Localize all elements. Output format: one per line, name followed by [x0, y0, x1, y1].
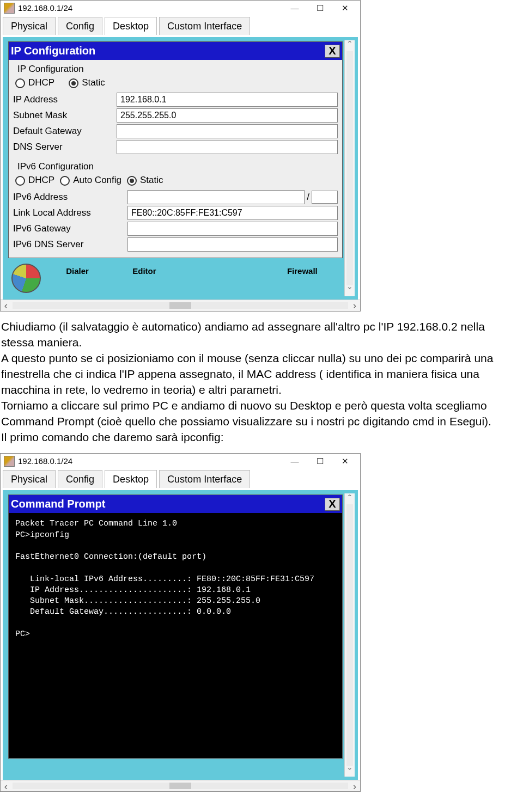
ipv6-prefix-input[interactable] [312, 191, 338, 204]
paragraph-4: Il primo comando che daremo sarà ipconfi… [1, 430, 519, 445]
scroll-track[interactable] [346, 51, 353, 285]
minimize-button[interactable]: — [283, 2, 307, 15]
workarea: Command Prompt X Packet Tracer PC Comman… [1, 488, 360, 780]
dialog-close-button[interactable]: X [325, 498, 340, 511]
ipv6-gateway-label: IPv6 Gateway [13, 223, 127, 235]
tab-custom-interface[interactable]: Custom Interface [159, 470, 250, 488]
ipv6-radio-row: DHCP Auto Config Static [15, 174, 338, 187]
dialog-titlebar[interactable]: IP Configuration X [9, 42, 342, 60]
close-button[interactable]: ✕ [333, 455, 357, 468]
subnet-mask-input[interactable]: 255.255.255.0 [117, 108, 338, 123]
paragraph-3: Torniamo a cliccare sul primo PC e andia… [1, 398, 519, 430]
vertical-scrollbar[interactable]: ˆ ˇ [344, 40, 355, 296]
app-icon [4, 456, 15, 467]
radio-v6-dhcp-label: DHCP [28, 174, 54, 187]
titlebar[interactable]: 192.168.0.1/24 — ☐ ✕ [1, 454, 360, 469]
scroll-up-icon[interactable]: ˆ [345, 40, 355, 50]
link-local-input[interactable]: FE80::20C:85FF:FE31:C597 [127, 206, 338, 220]
scroll-right-icon[interactable]: › [349, 298, 360, 313]
packet-tracer-window-1: 192.168.0.1/24 — ☐ ✕ Physical Config Des… [0, 0, 361, 312]
minimize-button[interactable]: — [283, 455, 307, 468]
tab-config[interactable]: Config [58, 17, 102, 35]
hscroll-thumb[interactable] [169, 783, 191, 789]
tab-bar: Physical Config Desktop Custom Interface [1, 16, 360, 35]
scroll-track[interactable] [346, 504, 353, 766]
close-button[interactable]: ✕ [333, 2, 357, 15]
tab-custom-interface[interactable]: Custom Interface [159, 17, 250, 35]
terminal-line [15, 563, 336, 573]
radio-v6-dhcp[interactable]: DHCP [15, 174, 54, 187]
terminal-line: PC>ipconfig [15, 530, 336, 541]
hscroll-thumb[interactable] [169, 302, 191, 309]
terminal-line: Link-local IPv6 Address.........: FE80::… [15, 574, 336, 585]
desktop-area: Command Prompt X Packet Tracer PC Comman… [3, 490, 358, 780]
dns-server-input[interactable] [117, 140, 338, 154]
terminal-line [15, 541, 336, 552]
radio-v6-static[interactable]: Static [127, 174, 163, 187]
app-icon [4, 3, 15, 14]
firewall-label[interactable]: Firewall [287, 266, 318, 277]
command-prompt-body[interactable]: Packet Tracer PC Command Line 1.0PC>ipco… [9, 513, 342, 758]
tab-config[interactable]: Config [58, 470, 102, 488]
desktop-icons-row: Dialer Editor Firewall [11, 266, 339, 293]
desktop-area: IP Configuration X IP Configuration DHCP… [3, 37, 358, 300]
scroll-left-icon[interactable]: ‹ [1, 779, 11, 793]
article-text: Chiudiamo (il salvataggio è automatico) … [0, 316, 522, 453]
tab-desktop[interactable]: Desktop [105, 17, 157, 35]
ipv6-address-input[interactable] [127, 190, 305, 204]
radio-dhcp[interactable]: DHCP [15, 77, 54, 89]
link-local-label: Link Local Address [13, 207, 127, 219]
editor-label[interactable]: Editor [132, 266, 156, 277]
scroll-down-icon[interactable]: ˇ [345, 767, 355, 777]
hscroll-track[interactable] [13, 302, 348, 309]
maximize-button[interactable]: ☐ [308, 2, 332, 15]
radio-v6-static-label: Static [140, 174, 163, 187]
ipv6-gateway-input[interactable] [127, 222, 338, 236]
horizontal-scrollbar[interactable]: ‹ › [1, 780, 360, 791]
packet-tracer-window-2: 192.168.0.1/24 — ☐ ✕ Physical Config Des… [0, 453, 361, 792]
dialog-close-button[interactable]: X [325, 45, 340, 58]
tab-desktop[interactable]: Desktop [105, 470, 157, 488]
radio-dhcp-label: DHCP [28, 77, 54, 89]
horizontal-scrollbar[interactable]: ‹ › [1, 300, 360, 311]
scroll-right-icon[interactable]: › [349, 779, 360, 793]
window-title: 192.168.0.1/24 [18, 456, 282, 467]
ipv6-dns-label: IPv6 DNS Server [13, 239, 127, 251]
ip-address-input[interactable]: 192.168.0.1 [117, 93, 338, 107]
titlebar[interactable]: 192.168.0.1/24 — ☐ ✕ [1, 1, 360, 16]
pie-chart-icon[interactable] [11, 266, 44, 293]
tab-bar: Physical Config Desktop Custom Interface [1, 469, 360, 488]
terminal-line: Default Gateway.................: 0.0.0.… [15, 607, 336, 618]
ipv6-dns-input[interactable] [127, 237, 338, 252]
terminal-line: PC> [15, 629, 336, 640]
tab-physical[interactable]: Physical [3, 470, 56, 488]
radio-v6-auto[interactable]: Auto Config [60, 174, 121, 187]
dialog-body: IP Configuration DHCP Static IP Address1… [9, 60, 342, 258]
scroll-down-icon[interactable]: ˇ [345, 286, 355, 296]
default-gateway-label: Default Gateway [13, 125, 117, 138]
terminal-line: IP Address......................: 192.16… [15, 585, 336, 596]
ip-config-dialog: IP Configuration X IP Configuration DHCP… [8, 41, 343, 258]
ipv6-section-label: IPv6 Configuration [17, 161, 338, 173]
terminal-line: Packet Tracer PC Command Line 1.0 [15, 518, 336, 529]
dns-server-label: DNS Server [13, 141, 117, 154]
dialer-label[interactable]: Dialer [66, 266, 89, 277]
terminal-line [15, 618, 336, 629]
ipv4-radio-row: DHCP Static [15, 77, 338, 89]
default-gateway-input[interactable] [117, 124, 338, 138]
maximize-button[interactable]: ☐ [308, 455, 332, 468]
radio-v6-auto-label: Auto Config [73, 174, 121, 187]
dialog-titlebar[interactable]: Command Prompt X [9, 495, 342, 513]
terminal-line: Subnet Mask.....................: 255.25… [15, 596, 336, 607]
workarea: IP Configuration X IP Configuration DHCP… [1, 35, 360, 300]
hscroll-track[interactable] [13, 783, 348, 789]
vertical-scrollbar[interactable]: ˆ ˇ [344, 493, 355, 777]
ip-address-label: IP Address [13, 94, 117, 106]
terminal-line: FastEthernet0 Connection:(default port) [15, 552, 336, 563]
scroll-up-icon[interactable]: ˆ [345, 493, 355, 503]
radio-static[interactable]: Static [69, 77, 105, 89]
command-prompt-dialog: Command Prompt X Packet Tracer PC Comman… [8, 494, 343, 759]
paragraph-2: A questo punto se ci posizioniamo con il… [1, 351, 519, 398]
tab-physical[interactable]: Physical [3, 17, 56, 35]
scroll-left-icon[interactable]: ‹ [1, 298, 11, 313]
